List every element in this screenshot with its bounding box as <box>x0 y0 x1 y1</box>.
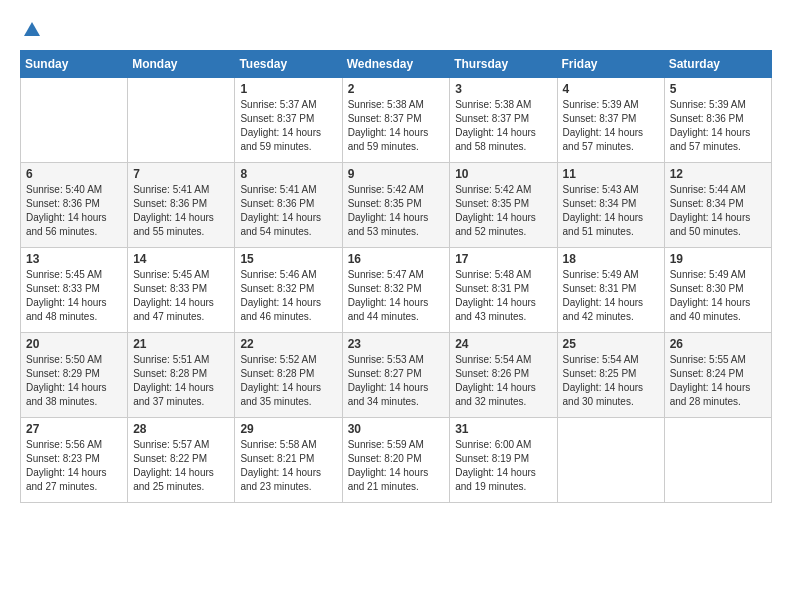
day-info: Sunrise: 5:45 AM Sunset: 8:33 PM Dayligh… <box>133 268 229 324</box>
calendar-cell: 20Sunrise: 5:50 AM Sunset: 8:29 PM Dayli… <box>21 333 128 418</box>
day-number: 9 <box>348 167 445 181</box>
calendar-cell: 8Sunrise: 5:41 AM Sunset: 8:36 PM Daylig… <box>235 163 342 248</box>
day-number: 7 <box>133 167 229 181</box>
calendar-week-row: 27Sunrise: 5:56 AM Sunset: 8:23 PM Dayli… <box>21 418 772 503</box>
day-number: 27 <box>26 422 122 436</box>
logo <box>20 20 42 40</box>
calendar-header-row: SundayMondayTuesdayWednesdayThursdayFrid… <box>21 51 772 78</box>
calendar-cell: 15Sunrise: 5:46 AM Sunset: 8:32 PM Dayli… <box>235 248 342 333</box>
day-info: Sunrise: 5:57 AM Sunset: 8:22 PM Dayligh… <box>133 438 229 494</box>
day-info: Sunrise: 5:39 AM Sunset: 8:36 PM Dayligh… <box>670 98 766 154</box>
calendar-cell: 21Sunrise: 5:51 AM Sunset: 8:28 PM Dayli… <box>128 333 235 418</box>
day-info: Sunrise: 5:45 AM Sunset: 8:33 PM Dayligh… <box>26 268 122 324</box>
day-number: 24 <box>455 337 551 351</box>
day-info: Sunrise: 5:56 AM Sunset: 8:23 PM Dayligh… <box>26 438 122 494</box>
day-number: 8 <box>240 167 336 181</box>
day-info: Sunrise: 5:48 AM Sunset: 8:31 PM Dayligh… <box>455 268 551 324</box>
day-info: Sunrise: 5:52 AM Sunset: 8:28 PM Dayligh… <box>240 353 336 409</box>
calendar-cell: 10Sunrise: 5:42 AM Sunset: 8:35 PM Dayli… <box>450 163 557 248</box>
day-info: Sunrise: 5:59 AM Sunset: 8:20 PM Dayligh… <box>348 438 445 494</box>
day-number: 13 <box>26 252 122 266</box>
day-number: 12 <box>670 167 766 181</box>
day-info: Sunrise: 5:58 AM Sunset: 8:21 PM Dayligh… <box>240 438 336 494</box>
calendar-cell: 18Sunrise: 5:49 AM Sunset: 8:31 PM Dayli… <box>557 248 664 333</box>
calendar-cell: 9Sunrise: 5:42 AM Sunset: 8:35 PM Daylig… <box>342 163 450 248</box>
day-info: Sunrise: 5:54 AM Sunset: 8:25 PM Dayligh… <box>563 353 659 409</box>
calendar-cell: 14Sunrise: 5:45 AM Sunset: 8:33 PM Dayli… <box>128 248 235 333</box>
calendar-cell <box>21 78 128 163</box>
day-number: 22 <box>240 337 336 351</box>
day-number: 20 <box>26 337 122 351</box>
day-info: Sunrise: 5:41 AM Sunset: 8:36 PM Dayligh… <box>240 183 336 239</box>
day-number: 28 <box>133 422 229 436</box>
calendar-cell: 13Sunrise: 5:45 AM Sunset: 8:33 PM Dayli… <box>21 248 128 333</box>
day-number: 18 <box>563 252 659 266</box>
calendar-cell: 17Sunrise: 5:48 AM Sunset: 8:31 PM Dayli… <box>450 248 557 333</box>
day-number: 15 <box>240 252 336 266</box>
calendar-cell <box>557 418 664 503</box>
day-info: Sunrise: 5:42 AM Sunset: 8:35 PM Dayligh… <box>455 183 551 239</box>
day-info: Sunrise: 5:46 AM Sunset: 8:32 PM Dayligh… <box>240 268 336 324</box>
day-info: Sunrise: 5:38 AM Sunset: 8:37 PM Dayligh… <box>348 98 445 154</box>
day-number: 26 <box>670 337 766 351</box>
calendar-cell: 30Sunrise: 5:59 AM Sunset: 8:20 PM Dayli… <box>342 418 450 503</box>
day-info: Sunrise: 5:40 AM Sunset: 8:36 PM Dayligh… <box>26 183 122 239</box>
day-info: Sunrise: 5:37 AM Sunset: 8:37 PM Dayligh… <box>240 98 336 154</box>
calendar-cell: 4Sunrise: 5:39 AM Sunset: 8:37 PM Daylig… <box>557 78 664 163</box>
calendar-table: SundayMondayTuesdayWednesdayThursdayFrid… <box>20 50 772 503</box>
day-number: 17 <box>455 252 551 266</box>
calendar-cell: 11Sunrise: 5:43 AM Sunset: 8:34 PM Dayli… <box>557 163 664 248</box>
calendar-header-thursday: Thursday <box>450 51 557 78</box>
calendar-cell: 31Sunrise: 6:00 AM Sunset: 8:19 PM Dayli… <box>450 418 557 503</box>
day-info: Sunrise: 5:55 AM Sunset: 8:24 PM Dayligh… <box>670 353 766 409</box>
day-number: 2 <box>348 82 445 96</box>
day-number: 1 <box>240 82 336 96</box>
day-number: 25 <box>563 337 659 351</box>
calendar-cell: 26Sunrise: 5:55 AM Sunset: 8:24 PM Dayli… <box>664 333 771 418</box>
calendar-cell: 19Sunrise: 5:49 AM Sunset: 8:30 PM Dayli… <box>664 248 771 333</box>
day-info: Sunrise: 5:43 AM Sunset: 8:34 PM Dayligh… <box>563 183 659 239</box>
calendar-cell: 5Sunrise: 5:39 AM Sunset: 8:36 PM Daylig… <box>664 78 771 163</box>
day-info: Sunrise: 5:39 AM Sunset: 8:37 PM Dayligh… <box>563 98 659 154</box>
calendar-header-wednesday: Wednesday <box>342 51 450 78</box>
page-header <box>20 20 772 40</box>
day-info: Sunrise: 5:47 AM Sunset: 8:32 PM Dayligh… <box>348 268 445 324</box>
day-info: Sunrise: 5:54 AM Sunset: 8:26 PM Dayligh… <box>455 353 551 409</box>
calendar-cell: 3Sunrise: 5:38 AM Sunset: 8:37 PM Daylig… <box>450 78 557 163</box>
day-number: 29 <box>240 422 336 436</box>
calendar-cell: 6Sunrise: 5:40 AM Sunset: 8:36 PM Daylig… <box>21 163 128 248</box>
day-info: Sunrise: 5:50 AM Sunset: 8:29 PM Dayligh… <box>26 353 122 409</box>
calendar-cell: 29Sunrise: 5:58 AM Sunset: 8:21 PM Dayli… <box>235 418 342 503</box>
day-info: Sunrise: 5:42 AM Sunset: 8:35 PM Dayligh… <box>348 183 445 239</box>
calendar-header-saturday: Saturday <box>664 51 771 78</box>
day-number: 23 <box>348 337 445 351</box>
day-info: Sunrise: 5:53 AM Sunset: 8:27 PM Dayligh… <box>348 353 445 409</box>
day-info: Sunrise: 5:49 AM Sunset: 8:30 PM Dayligh… <box>670 268 766 324</box>
calendar-cell: 2Sunrise: 5:38 AM Sunset: 8:37 PM Daylig… <box>342 78 450 163</box>
calendar-cell: 7Sunrise: 5:41 AM Sunset: 8:36 PM Daylig… <box>128 163 235 248</box>
calendar-cell: 27Sunrise: 5:56 AM Sunset: 8:23 PM Dayli… <box>21 418 128 503</box>
day-number: 30 <box>348 422 445 436</box>
day-number: 11 <box>563 167 659 181</box>
calendar-cell: 22Sunrise: 5:52 AM Sunset: 8:28 PM Dayli… <box>235 333 342 418</box>
day-number: 6 <box>26 167 122 181</box>
calendar-cell: 28Sunrise: 5:57 AM Sunset: 8:22 PM Dayli… <box>128 418 235 503</box>
day-number: 31 <box>455 422 551 436</box>
calendar-header-friday: Friday <box>557 51 664 78</box>
calendar-week-row: 6Sunrise: 5:40 AM Sunset: 8:36 PM Daylig… <box>21 163 772 248</box>
day-number: 14 <box>133 252 229 266</box>
day-number: 3 <box>455 82 551 96</box>
day-number: 5 <box>670 82 766 96</box>
calendar-cell: 24Sunrise: 5:54 AM Sunset: 8:26 PM Dayli… <box>450 333 557 418</box>
calendar-cell <box>664 418 771 503</box>
calendar-week-row: 1Sunrise: 5:37 AM Sunset: 8:37 PM Daylig… <box>21 78 772 163</box>
day-info: Sunrise: 5:41 AM Sunset: 8:36 PM Dayligh… <box>133 183 229 239</box>
calendar-cell <box>128 78 235 163</box>
day-info: Sunrise: 5:49 AM Sunset: 8:31 PM Dayligh… <box>563 268 659 324</box>
calendar-cell: 25Sunrise: 5:54 AM Sunset: 8:25 PM Dayli… <box>557 333 664 418</box>
calendar-cell: 12Sunrise: 5:44 AM Sunset: 8:34 PM Dayli… <box>664 163 771 248</box>
day-number: 10 <box>455 167 551 181</box>
calendar-cell: 1Sunrise: 5:37 AM Sunset: 8:37 PM Daylig… <box>235 78 342 163</box>
calendar-header-sunday: Sunday <box>21 51 128 78</box>
svg-marker-0 <box>24 22 40 36</box>
